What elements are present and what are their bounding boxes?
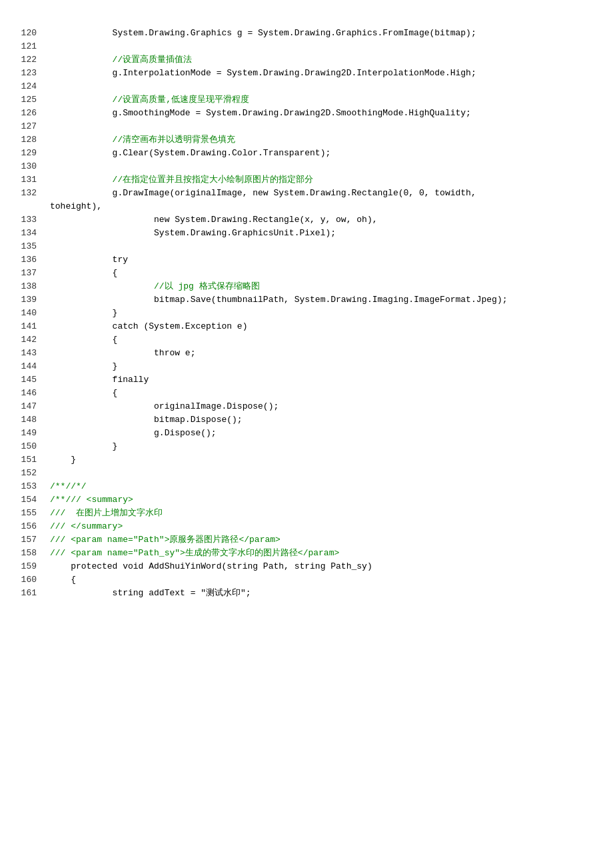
code-line: 129 g.Clear(System.Drawing.Color.Transpa…: [13, 147, 600, 160]
line-content: //以 jpg 格式保存缩略图: [50, 280, 600, 293]
line-number: 120: [13, 27, 50, 40]
line-number: 121: [13, 40, 50, 53]
line-number: 138: [13, 280, 50, 293]
code-line: 151 }: [13, 453, 600, 467]
code-line: 157/// <param name="Path">原服务器图片路径</para…: [13, 533, 600, 547]
line-content: {: [50, 573, 600, 587]
line-content: {: [50, 387, 600, 400]
line-content: }: [50, 360, 600, 373]
line-number: 149: [13, 427, 50, 440]
line-number: 123: [13, 67, 50, 80]
line-content: catch (System.Exception e): [50, 320, 600, 333]
line-content: originalImage.Dispose();: [50, 400, 600, 413]
line-content: try: [50, 253, 600, 267]
code-line: 131 //在指定位置并且按指定大小绘制原图片的指定部分: [13, 173, 600, 187]
line-number: 142: [13, 333, 50, 347]
line-content: g.InterpolationMode = System.Drawing.Dra…: [50, 67, 600, 80]
code-line: 122 //设置高质量插值法: [13, 53, 600, 67]
line-number: 122: [13, 53, 50, 67]
line-content: string addText = "测试水印";: [50, 587, 600, 600]
line-content: g.SmoothingMode = System.Drawing.Drawing…: [50, 107, 600, 120]
line-content: throw e;: [50, 347, 600, 360]
line-number: 147: [13, 400, 50, 413]
code-line: 136 try: [13, 253, 600, 267]
line-content: /**//*/: [50, 480, 600, 493]
code-line: 137 {: [13, 267, 600, 280]
line-number: 141: [13, 320, 50, 333]
line-number: 137: [13, 267, 50, 280]
line-number: 150: [13, 440, 50, 453]
line-number: 125: [13, 93, 50, 107]
line-number: 156: [13, 520, 50, 533]
line-content: bitmap.Dispose();: [50, 413, 600, 427]
line-number: 148: [13, 413, 50, 427]
code-line: 141 catch (System.Exception e): [13, 320, 600, 333]
line-number: 128: [13, 133, 50, 147]
line-number: 160: [13, 573, 50, 587]
code-line: 156/// </summary>: [13, 520, 600, 533]
line-content: toheight),: [50, 200, 600, 213]
line-number: 135: [13, 240, 50, 253]
line-number: 153: [13, 480, 50, 493]
code-line: 128 //清空画布并以透明背景色填充: [13, 133, 600, 147]
line-number: 161: [13, 587, 50, 600]
line-content: protected void AddShuiYinWord(string Pat…: [50, 560, 600, 573]
code-line: 138 //以 jpg 格式保存缩略图: [13, 280, 600, 293]
code-line: 126 g.SmoothingMode = System.Drawing.Dra…: [13, 107, 600, 120]
code-view: 120 System.Drawing.Graphics g = System.D…: [13, 27, 600, 600]
code-line: 143 throw e;: [13, 347, 600, 360]
line-number: 157: [13, 533, 50, 547]
line-content: }: [50, 440, 600, 453]
line-content: g.DrawImage(originalImage, new System.Dr…: [50, 187, 600, 200]
line-content: }: [50, 307, 600, 320]
code-line: toheight),: [13, 200, 600, 213]
line-number: 139: [13, 293, 50, 307]
line-number: 129: [13, 147, 50, 160]
line-number: 154: [13, 493, 50, 507]
line-number: 132: [13, 187, 50, 200]
line-content: //设置高质量插值法: [50, 53, 600, 67]
line-number: 124: [13, 80, 50, 93]
line-content: System.Drawing.GraphicsUnit.Pixel);: [50, 227, 600, 240]
code-line: 125 //设置高质量,低速度呈现平滑程度: [13, 93, 600, 107]
code-line: 123 g.InterpolationMode = System.Drawing…: [13, 67, 600, 80]
line-number: 131: [13, 173, 50, 187]
line-content: g.Clear(System.Drawing.Color.Transparent…: [50, 147, 600, 160]
code-line: 153/**//*/: [13, 480, 600, 493]
line-number: 159: [13, 560, 50, 573]
code-line: 154/**/// <summary>: [13, 493, 600, 507]
code-line: 142 {: [13, 333, 600, 347]
line-content: new System.Drawing.Rectangle(x, y, ow, o…: [50, 213, 600, 227]
line-number: 140: [13, 307, 50, 320]
line-number: 158: [13, 547, 50, 560]
line-number: 130: [13, 160, 50, 173]
line-content: bitmap.Save(thumbnailPath, System.Drawin…: [50, 293, 600, 307]
code-line: 150 }: [13, 440, 600, 453]
code-line: 158/// <param name="Path_sy">生成的带文字水印的图片…: [13, 547, 600, 560]
code-line: 132 g.DrawImage(originalImage, new Syste…: [13, 187, 600, 200]
line-number: 144: [13, 360, 50, 373]
line-content: /// <param name="Path">原服务器图片路径</param>: [50, 533, 600, 547]
line-content: g.Dispose();: [50, 427, 600, 440]
line-content: /// <param name="Path_sy">生成的带文字水印的图片路径<…: [50, 547, 600, 560]
line-content: /**/// <summary>: [50, 493, 600, 507]
code-line: 139 bitmap.Save(thumbnailPath, System.Dr…: [13, 293, 600, 307]
code-line: 145 finally: [13, 373, 600, 387]
line-content: System.Drawing.Graphics g = System.Drawi…: [50, 27, 600, 40]
line-content: finally: [50, 373, 600, 387]
line-content: }: [50, 453, 600, 467]
line-content: {: [50, 267, 600, 280]
code-line: 146 {: [13, 387, 600, 400]
line-number: 146: [13, 387, 50, 400]
line-number: 143: [13, 347, 50, 360]
line-number: 126: [13, 107, 50, 120]
code-line: 155/// 在图片上增加文字水印: [13, 507, 600, 520]
line-number: 145: [13, 373, 50, 387]
code-line: 147 originalImage.Dispose();: [13, 400, 600, 413]
line-content: //在指定位置并且按指定大小绘制原图片的指定部分: [50, 173, 600, 187]
line-content: {: [50, 333, 600, 347]
line-number: 133: [13, 213, 50, 227]
line-content: /// 在图片上增加文字水印: [50, 507, 600, 520]
line-content: /// </summary>: [50, 520, 600, 533]
line-number: 152: [13, 467, 50, 480]
